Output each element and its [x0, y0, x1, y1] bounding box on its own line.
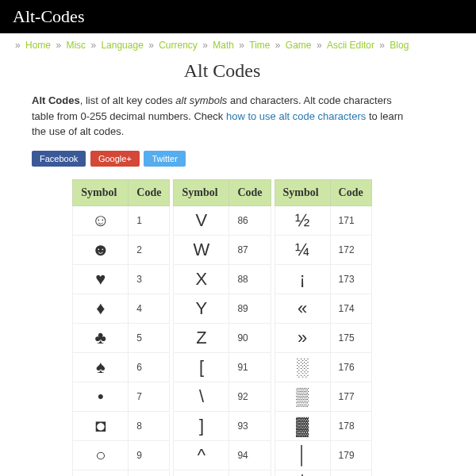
breadcrumb: » Home » Misc » Language » Currency » Ma…	[0, 33, 476, 57]
table-row: X88	[174, 264, 271, 294]
table-row: ○9	[73, 440, 170, 470]
google-plus-button[interactable]: Google+	[90, 151, 140, 167]
symbol-cell: ^	[174, 440, 229, 470]
symbol-cell: _	[174, 470, 229, 476]
share-row: Facebook Google+ Twitter	[32, 151, 413, 167]
code-cell: 86	[229, 205, 271, 235]
alt-codes-col3: Symbol Code ½171¼172¡173«174»175░176▒177…	[274, 179, 372, 477]
breadcrumb-separator: »	[379, 40, 387, 51]
table-row: ♥3	[73, 264, 170, 294]
breadcrumb-link[interactable]: Game	[286, 40, 312, 51]
symbol-cell: V	[174, 205, 229, 235]
breadcrumb-separator: »	[317, 40, 324, 51]
symbol-cell: ▒	[274, 382, 330, 411]
table-row: ]93	[174, 411, 271, 440]
breadcrumb-link[interactable]: Currency	[159, 40, 198, 51]
table-row: ¡173	[274, 264, 371, 294]
site-title: Alt-Codes	[13, 6, 84, 26]
twitter-button[interactable]: Twitter	[144, 151, 185, 167]
code-cell: 5	[129, 323, 170, 352]
breadcrumb-separator: »	[202, 40, 210, 51]
symbol-cell: ]	[174, 411, 229, 440]
code-cell: 95	[229, 470, 271, 476]
symbol-cell: ♦	[73, 294, 129, 323]
code-cell: 93	[229, 411, 271, 440]
facebook-button[interactable]: Facebook	[32, 151, 86, 167]
code-cell: 2	[129, 235, 170, 264]
code-cell: 89	[229, 294, 271, 323]
code-cell: 87	[229, 235, 271, 264]
code-cell: 174	[330, 294, 371, 323]
intro-em: alt symbols	[175, 94, 227, 106]
table-row: ½171	[274, 205, 371, 235]
table-row: ▓178	[274, 411, 371, 440]
symbol-cell: »	[274, 323, 330, 352]
symbol-cell: ○	[73, 440, 129, 470]
table-row: \92	[174, 382, 271, 411]
breadcrumb-link[interactable]: Home	[25, 40, 51, 51]
intro-text: , list of alt key codes	[80, 94, 176, 106]
table-row: │179	[274, 440, 371, 470]
breadcrumb-separator: »	[148, 40, 156, 51]
code-cell: 6	[129, 352, 170, 382]
breadcrumb-link[interactable]: Language	[101, 40, 143, 51]
breadcrumb-separator: »	[56, 40, 63, 51]
table-row: _95	[174, 470, 271, 476]
code-cell: 9	[129, 440, 170, 470]
table-row: ┤180	[274, 470, 371, 476]
th-code: Code	[129, 179, 170, 205]
code-cell: 172	[330, 235, 371, 264]
breadcrumb-link[interactable]: Ascii Editor	[327, 40, 374, 51]
symbol-cell: ☻	[73, 235, 129, 264]
th-symbol: Symbol	[73, 179, 129, 205]
table-row: ▒177	[274, 382, 371, 411]
table-row: [91	[174, 352, 271, 382]
table-row: ♠6	[73, 352, 170, 382]
page-title: Alt Codes	[32, 60, 413, 82]
table-row: ☻2	[73, 235, 170, 264]
intro-paragraph: Alt Codes, list of alt key codes alt sym…	[32, 93, 413, 140]
breadcrumb-link[interactable]: Math	[213, 40, 234, 51]
code-cell: 171	[330, 205, 371, 235]
alt-codes-col1: Symbol Code ☺1☻2♥3♦4♣5♠6•7◘8○9◙10	[72, 179, 170, 477]
table-row: ☺1	[73, 205, 170, 235]
th-code: Code	[330, 179, 371, 205]
breadcrumb-link[interactable]: Time	[249, 40, 270, 51]
symbol-cell: ▓	[274, 411, 330, 440]
table-row: ♣5	[73, 323, 170, 352]
symbol-cell: ░	[274, 352, 330, 382]
breadcrumb-link[interactable]: Misc	[66, 40, 86, 51]
table-row: ░176	[274, 352, 371, 382]
symbol-cell: •	[73, 382, 129, 411]
table-row: ◙10	[73, 470, 170, 476]
table-row: ◘8	[73, 411, 170, 440]
symbol-cell: ◘	[73, 411, 129, 440]
code-cell: 3	[129, 264, 170, 294]
table-row: ¼172	[274, 235, 371, 264]
breadcrumb-link[interactable]: Blog	[390, 40, 409, 51]
symbol-cell: «	[274, 294, 330, 323]
breadcrumb-separator: »	[275, 40, 283, 51]
code-cell: 179	[330, 440, 371, 470]
breadcrumb-separator: »	[239, 40, 247, 51]
code-cell: 10	[129, 470, 170, 476]
code-cell: 88	[229, 264, 271, 294]
table-row: W87	[174, 235, 271, 264]
code-cell: 177	[330, 382, 371, 411]
symbol-cell: ¡	[274, 264, 330, 294]
th-symbol: Symbol	[274, 179, 330, 205]
symbol-cell: ◙	[73, 470, 129, 476]
howto-link[interactable]: how to use alt code characters	[226, 110, 366, 122]
symbol-cell: │	[274, 440, 330, 470]
code-cell: 1	[129, 205, 170, 235]
symbol-cell: \	[174, 382, 229, 411]
code-cell: 4	[129, 294, 170, 323]
code-cell: 8	[129, 411, 170, 440]
symbol-cell: [	[174, 352, 229, 382]
code-cell: 173	[330, 264, 371, 294]
symbol-cell: Y	[174, 294, 229, 323]
breadcrumb-separator: »	[15, 40, 23, 51]
code-cell: 94	[229, 440, 271, 470]
symbol-cell: ☺	[73, 205, 129, 235]
code-cell: 7	[129, 382, 170, 411]
